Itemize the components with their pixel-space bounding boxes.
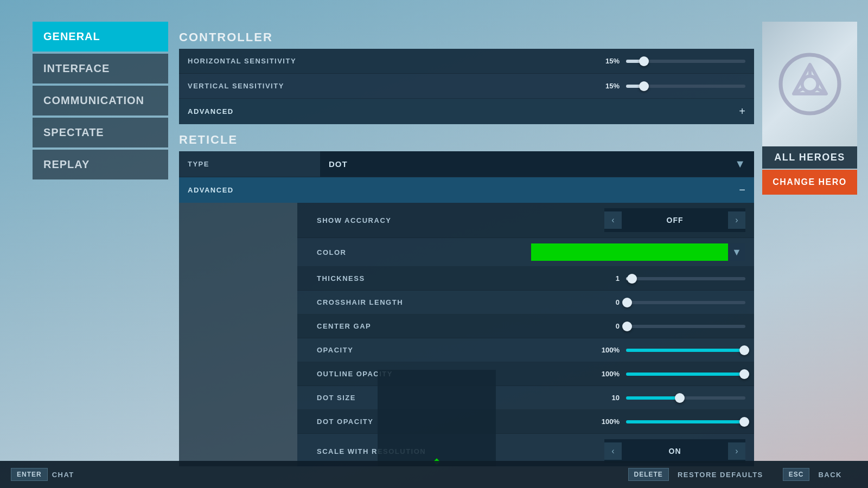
reticle-header: RETICLE — [179, 133, 754, 147]
reticle-sub-settings: SHOW ACCURACY ‹ OFF › COLOR ▼ — [297, 203, 754, 466]
right-panel: ALL HEROES CHANGE HERO — [762, 22, 857, 195]
dot-size-value: 10 — [587, 394, 620, 402]
slider-track — [626, 373, 745, 376]
hero-portrait — [762, 22, 857, 146]
crosshair-length-value: 0 — [587, 298, 620, 306]
enter-key: ENTER — [11, 468, 48, 481]
toggle-left-arrow[interactable]: ‹ — [604, 442, 622, 460]
controller-header: CONTROLLER — [179, 30, 754, 44]
slider-thumb[interactable] — [739, 369, 749, 379]
slider-fill — [626, 396, 680, 400]
toggle-left-arrow[interactable]: ‹ — [604, 211, 622, 229]
dot-size-slider[interactable] — [626, 396, 745, 400]
show-accuracy-row: SHOW ACCURACY ‹ OFF › — [297, 203, 754, 238]
color-fill — [531, 243, 728, 261]
vertical-sensitivity-slider[interactable] — [626, 85, 745, 88]
horizontal-sensitivity-slider[interactable] — [626, 60, 745, 63]
sidebar-item-replay[interactable]: REPLAY — [33, 150, 168, 179]
reticle-type-value: DOT — [329, 159, 735, 169]
slider-thumb[interactable] — [739, 417, 749, 427]
scale-resolution-toggle[interactable]: ‹ ON › — [604, 439, 745, 463]
center-gap-slider[interactable] — [626, 325, 745, 328]
change-hero-button[interactable]: CHANGE HERO — [762, 170, 857, 195]
vertical-sensitivity-value: 15% — [587, 82, 620, 90]
reticle-type-label: TYPE — [179, 153, 320, 175]
slider-thumb[interactable] — [627, 274, 637, 284]
slider-fill — [626, 373, 745, 376]
slider-track — [626, 301, 745, 304]
sidebar-item-interface[interactable]: INTERFACE — [33, 54, 168, 84]
show-accuracy-toggle[interactable]: ‹ OFF › — [604, 208, 745, 232]
thickness-label: THICKNESS — [317, 274, 587, 282]
bottom-bar: ENTER CHAT DELETE RESTORE DEFAULTS ESC B… — [0, 461, 868, 488]
controller-settings: HORIZONTAL SENSITIVITY 15% VERTICAL SENS… — [179, 49, 754, 124]
controller-advanced-toggle-icon: + — [739, 105, 745, 118]
slider-fill — [626, 420, 745, 423]
thickness-row: THICKNESS 1 — [297, 267, 754, 291]
show-accuracy-label: SHOW ACCURACY — [317, 216, 604, 224]
sidebar-item-communication[interactable]: COMMUNICATION — [33, 86, 168, 115]
vertical-sensitivity-row: VERTICAL SENSITIVITY 15% — [179, 74, 754, 99]
vertical-sensitivity-label: VERTICAL SENSITIVITY — [188, 82, 587, 90]
center-gap-row: CENTER GAP 0 — [297, 314, 754, 338]
sidebar: GENERAL INTERFACE COMMUNICATION SPECTATE… — [33, 22, 168, 179]
dot-opacity-slider[interactable] — [626, 420, 745, 423]
slider-track — [626, 60, 745, 63]
color-dropdown-arrow[interactable]: ▼ — [728, 243, 745, 261]
slider-track — [626, 396, 745, 400]
dropdown-arrow-icon: ▼ — [735, 158, 745, 170]
controller-advanced-header[interactable]: ADVANCED + — [179, 99, 754, 124]
bottom-right-actions: DELETE RESTORE DEFAULTS ESC BACK — [628, 468, 857, 481]
slider-thumb[interactable] — [622, 322, 632, 331]
color-swatch[interactable]: ▼ — [531, 243, 745, 261]
horizontal-sensitivity-label: HORIZONTAL SENSITIVITY — [188, 57, 587, 65]
slider-track — [626, 85, 745, 88]
color-row: COLOR ▼ — [297, 238, 754, 267]
slider-thumb[interactable] — [739, 345, 749, 355]
reticle-advanced-header[interactable]: ADVANCED − — [179, 177, 754, 203]
slider-thumb[interactable] — [639, 56, 649, 66]
outline-opacity-slider[interactable] — [626, 373, 745, 376]
opacity-slider[interactable] — [626, 349, 745, 352]
opacity-row: OPACITY 100% — [297, 338, 754, 362]
toggle-right-arrow[interactable]: › — [728, 211, 745, 229]
chat-action: CHAT — [52, 471, 74, 479]
slider-track — [626, 420, 745, 423]
slider-track — [626, 277, 745, 280]
slider-fill — [626, 349, 745, 352]
show-accuracy-value: OFF — [622, 216, 728, 224]
horizontal-sensitivity-value: 15% — [587, 57, 620, 65]
reticle-advanced-label: ADVANCED — [188, 186, 739, 194]
toggle-right-arrow[interactable]: › — [728, 442, 745, 460]
reticle-advanced-content: SHOW ACCURACY ‹ OFF › COLOR ▼ — [179, 203, 754, 466]
slider-track — [626, 325, 745, 328]
restore-defaults-action: RESTORE DEFAULTS — [678, 471, 763, 479]
horizontal-sensitivity-row: HORIZONTAL SENSITIVITY 15% — [179, 49, 754, 74]
sidebar-item-general[interactable]: GENERAL — [33, 22, 168, 52]
center-gap-value: 0 — [587, 322, 620, 330]
svg-point-1 — [802, 76, 818, 92]
crosshair-length-slider[interactable] — [626, 301, 745, 304]
slider-thumb[interactable] — [675, 393, 685, 403]
crosshair-length-row: CROSSHAIR LENGTH 0 — [297, 291, 754, 314]
opacity-value: 100% — [587, 346, 620, 354]
dot-opacity-row: DOT OPACITY 100% — [297, 410, 754, 434]
reticle-type-row: TYPE DOT ▼ — [179, 151, 754, 177]
dot-opacity-value: 100% — [587, 418, 620, 426]
reticle-type-dropdown[interactable]: DOT ▼ — [320, 151, 754, 177]
hero-name: ALL HEROES — [762, 146, 857, 169]
outline-opacity-row: OUTLINE OPACITY 100% — [297, 362, 754, 386]
center-gap-label: CENTER GAP — [317, 322, 587, 330]
slider-thumb[interactable] — [639, 81, 649, 91]
back-action: BACK — [818, 471, 842, 479]
delete-key: DELETE — [628, 468, 669, 481]
dot-size-row: DOT SIZE 10 — [297, 386, 754, 410]
reticle-advanced-toggle-icon: − — [739, 184, 745, 196]
main-content: CONTROLLER HORIZONTAL SENSITIVITY 15% VE… — [179, 22, 754, 466]
thickness-slider[interactable] — [626, 277, 745, 280]
esc-key: ESC — [783, 468, 810, 481]
reticle-settings: TYPE DOT ▼ ADVANCED − SHOW ACCURACY — [179, 151, 754, 466]
slider-thumb[interactable] — [622, 298, 632, 307]
controller-advanced-collapsed: ADVANCED + — [179, 99, 754, 124]
sidebar-item-spectate[interactable]: SPECTATE — [33, 118, 168, 147]
